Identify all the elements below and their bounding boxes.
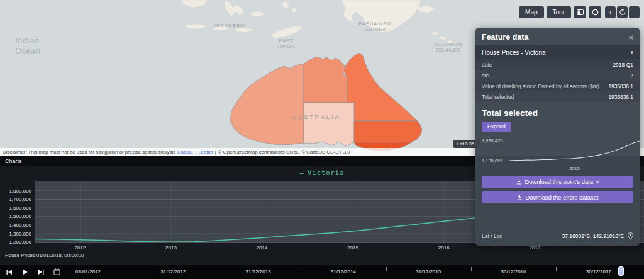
dataset-selector[interactable]: House Prices - Victoria ▾ [475,45,640,59]
y-axis-tick-label: 1,300,000 [0,231,31,237]
tour-button[interactable]: Tour [547,6,571,18]
timeline-tick [386,267,387,271]
zoom-controls: + − [605,6,640,18]
sparkline-x-label: 2015 [509,166,640,171]
timeline-tick [216,267,216,271]
x-axis-tick-label: 2017 [530,245,541,251]
jump-to-start-icon [6,269,13,275]
state-western-australia[interactable] [230,64,304,145]
feature-row: Total selected1935836.1 [475,91,640,102]
latlon-value: 37.16032°S, 142.91016°E [562,233,625,239]
y-axis-tick-label: 1,800,000 [0,188,31,194]
state-queensland[interactable] [344,53,418,121]
legend-series-name: Victoria [308,169,345,176]
state-south-australia[interactable] [304,103,354,146]
calendar-icon [53,268,60,275]
separator: | [195,149,196,155]
jump-to-start-button[interactable] [4,266,15,277]
feature-row: Value of dwelling stock: Owned by all se… [475,81,640,91]
country-label-indonesia: INDONESIA [214,23,246,28]
divider [475,224,640,224]
timeline-date-label[interactable]: 30/12/2016 [501,269,526,275]
y-axis-tick-label: 1,500,000 [0,214,31,219]
dataset-name: House Prices - Victoria [482,49,546,56]
data61-link[interactable]: Data61 [177,149,193,155]
timeline-date-label[interactable]: 31/12/2013 [246,269,271,275]
map-credits: © OpenStreetMap contributors ODbL, © Car… [218,149,350,155]
timeline-tick [131,267,131,271]
timeline-tick [301,267,301,271]
compass-button[interactable] [589,6,601,18]
feature-data-panel: Feature data × House Prices - Victoria ▾… [475,28,640,246]
ocean-label: IndianOcean [15,36,41,56]
x-axis-tick-label: 2015 [347,245,358,251]
x-axis-tick-label: 2012 [74,245,86,251]
reset-view-button[interactable] [617,6,628,18]
compass-ring-icon [592,9,599,16]
disclaimer-text: Disclaimer: This map must not be used fo… [3,149,175,155]
state-new-south-wales[interactable] [354,121,422,142]
sparkline-chart [509,139,640,162]
download-dataset-button[interactable]: Download the entire dataset [482,191,633,203]
download-icon [516,179,522,185]
jump-to-end-button[interactable] [35,266,47,277]
country-label-papua-new-guinea: PAPUA NEWGUINEA [358,21,392,32]
separator: | [215,149,216,155]
play-button[interactable] [19,266,31,277]
jump-to-end-icon [38,269,44,275]
download-point-button[interactable]: Download this point's data ▾ [482,176,633,188]
map-toolbar: Map Tour + − [519,6,640,18]
zoom-in-button[interactable]: + [605,6,616,18]
chevron-down-icon: ▾ [630,49,633,55]
country-label-solomon-islands: SOLOMONISLANDS [434,42,462,53]
zoom-out-button[interactable]: − [629,6,640,18]
timeline-date-label[interactable]: 31/12/2012 [160,269,186,275]
y-axis-tick-label: 1,700,000 [0,196,31,202]
latlon-row: Lat / Lon 37.16032°S, 142.91016°E [482,232,633,240]
download-icon [517,195,523,200]
timeline-date-label[interactable]: 31/12/2014 [331,269,356,275]
timeline-tick [471,267,472,271]
feature-row: date2018-Q1 [475,59,640,70]
refresh-icon [619,9,626,16]
chevron-down-icon: ▾ [596,179,599,185]
latlon-label: Lat / Lon [482,233,562,239]
other-landmasses [181,0,454,44]
state-northern-territory[interactable] [304,57,347,103]
country-label-australia: AUSTRALIA [292,114,340,120]
sparkline-max-label: 1,938,420 [482,138,502,144]
y-axis-tick-label: 1,400,000 [0,222,31,228]
timeline-scrubber[interactable] [618,266,624,276]
play-icon [22,269,28,275]
timeline-date-label[interactable]: 30/12/2017 [586,269,611,275]
download-dataset-label: Download the entire dataset [526,195,599,201]
y-axis-tick-label: 1,600,000 [0,205,31,211]
timeline-date-label[interactable]: 01/01/2012 [75,269,101,275]
close-icon[interactable]: × [628,33,633,42]
x-axis-tick-label: 2013 [165,245,177,251]
feature-row: ste2 [475,70,640,81]
split-view-icon [577,9,584,16]
download-point-label: Download this point's data [525,179,593,185]
feature-sparkline: 1,938,420 1,138,055 2015 [482,137,633,172]
location-pin-icon[interactable] [628,232,633,240]
app: IndianOcean INDONESIA EASTTIMOR PAPUA NE… [0,0,644,279]
expand-button[interactable]: Expand [482,122,511,132]
country-label-east-timor: EASTTIMOR [277,38,295,49]
feature-panel-title: Feature data [482,33,528,42]
leaflet-link[interactable]: Leaflet [198,149,213,155]
playback-controls [4,265,62,279]
timeline-date-label[interactable]: 31/12/2015 [416,269,441,275]
sparkline-min-label: 1,138,055 [482,158,502,164]
chart-caption: House Prices 01/01/2018, 00:00:00 [5,253,84,258]
legend-line-icon: — [300,169,304,176]
timeline-tick [556,267,557,271]
map-settings-button[interactable]: Map [519,6,543,18]
timeline-bar[interactable]: 01/01/201231/12/201231/12/201331/12/2014… [0,265,644,279]
y-axis-tick-label: 1,200,000 [0,239,31,245]
split-view-button[interactable] [574,6,586,18]
feature-panel-header: Feature data × [475,28,640,45]
feature-attributes: date2018-Q1ste2Value of dwelling stock: … [475,59,640,102]
total-selected-heading: Total selected [475,102,640,120]
date-picker-button[interactable] [51,266,62,277]
